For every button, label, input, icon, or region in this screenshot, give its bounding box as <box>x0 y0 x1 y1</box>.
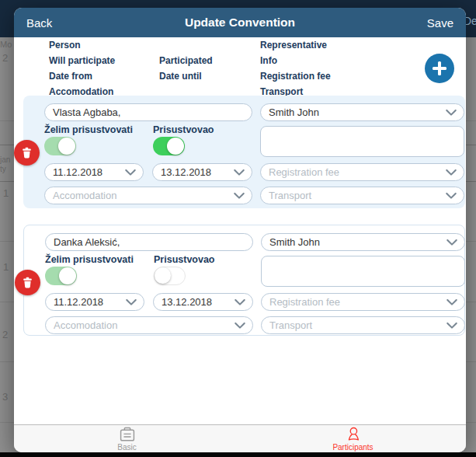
toggle-knob <box>58 138 75 155</box>
save-button[interactable]: Save <box>427 16 453 30</box>
date-from-select[interactable]: 11.12.2018 <box>44 163 144 181</box>
participated-label: Prisustvovao <box>154 254 215 265</box>
will-participate-label: Želim prisustvovati <box>45 254 134 265</box>
representative-value: Smith John <box>269 236 320 248</box>
date-until-value: 13.12.2018 <box>162 296 212 308</box>
accomodation-select[interactable]: Accomodation <box>45 316 253 334</box>
date-from-select[interactable]: 11.12.2018 <box>45 293 144 311</box>
background-calendar-fragment: 1 <box>3 187 9 199</box>
legend-participated: Participated <box>159 55 213 66</box>
background-calendar-fragment: 3 <box>2 391 8 403</box>
add-participant-button[interactable] <box>425 54 454 83</box>
date-until-select[interactable]: 13.12.2018 <box>152 163 252 181</box>
registration-fee-placeholder: Registration fee <box>269 296 340 308</box>
accomodation-placeholder: Accomodation <box>53 190 116 201</box>
back-button[interactable]: Back <box>26 16 52 30</box>
tab-bar: Basic Participants <box>14 424 466 452</box>
legend-person: Person <box>49 40 81 51</box>
background-calendar-fragment: jan <box>0 155 10 164</box>
will-participate-toggle[interactable] <box>45 267 77 285</box>
representative-select[interactable]: Smith John <box>260 103 464 121</box>
chevron-down-icon <box>446 239 457 246</box>
transport-select[interactable]: Transport <box>261 316 465 334</box>
chevron-down-icon <box>125 169 136 176</box>
update-convention-modal: Back Update Convention Save Person Will … <box>14 8 466 452</box>
background-calendar-fragment: 1 <box>3 261 9 273</box>
chevron-down-icon <box>446 192 457 199</box>
registration-fee-select[interactable]: Registration fee <box>260 163 464 181</box>
person-name-value: Danka Aleksić, <box>54 236 120 248</box>
chevron-down-icon <box>446 109 457 116</box>
trash-icon <box>20 146 33 159</box>
trash-icon <box>21 276 34 289</box>
background-calendar-fragment: 2 <box>2 329 8 340</box>
will-participate-toggle[interactable] <box>44 137 76 155</box>
person-name-input[interactable]: Vlasta Agbaba, <box>44 103 252 121</box>
chevron-down-icon <box>446 298 457 305</box>
chevron-down-icon <box>126 298 137 305</box>
tab-participants-label: Participants <box>332 443 373 452</box>
participated-label: Prisustvovao <box>153 124 214 135</box>
transport-placeholder: Transport <box>269 190 311 201</box>
chevron-down-icon <box>234 192 245 199</box>
date-from-value: 11.12.2018 <box>53 166 102 178</box>
tab-basic[interactable]: Basic <box>14 425 240 452</box>
legend-info: Info <box>260 55 277 66</box>
tab-basic-label: Basic <box>117 443 136 452</box>
background-bottom-strip <box>0 452 476 457</box>
date-until-value: 13.12.2018 <box>161 166 211 178</box>
participated-toggle[interactable] <box>154 267 186 285</box>
background-calendar-fragment: ty <box>0 165 6 173</box>
legend-registration-fee: Registration fee <box>260 71 331 82</box>
info-textarea[interactable] <box>260 126 464 157</box>
tab-participants[interactable]: Participants <box>240 425 466 452</box>
date-from-value: 11.12.2018 <box>54 296 103 308</box>
date-until-select[interactable]: 13.12.2018 <box>153 293 253 311</box>
legend-will-participate: Will participate <box>49 55 115 66</box>
participant-card: Danka Aleksić, Smith John Želim prisustv… <box>23 225 465 336</box>
legend-representative: Representative <box>260 40 327 51</box>
accomodation-placeholder: Accomodation <box>54 319 117 331</box>
chevron-down-icon <box>235 322 245 329</box>
person-name-value: Vlasta Agbaba, <box>53 106 120 118</box>
toggle-knob <box>155 267 171 284</box>
briefcase-icon <box>119 427 136 442</box>
legend-date-from: Date from <box>49 71 92 82</box>
chevron-down-icon <box>234 169 245 176</box>
chevron-down-icon <box>446 169 457 176</box>
modal-title: Update Convention <box>14 16 466 30</box>
chevron-down-icon <box>235 298 245 305</box>
background-calendar-fragment: 2 <box>2 52 8 64</box>
accomodation-select[interactable]: Accomodation <box>44 187 252 204</box>
plus-icon <box>432 61 447 76</box>
toggle-knob <box>167 138 184 155</box>
transport-placeholder: Transport <box>269 319 312 331</box>
transport-select[interactable]: Transport <box>260 187 464 204</box>
participant-card: Vlasta Agbaba, Smith John Želim prisustv… <box>23 96 465 208</box>
delete-participant-button[interactable] <box>15 270 40 295</box>
legend-date-until: Date until <box>159 71 202 82</box>
info-textarea[interactable] <box>261 256 465 287</box>
registration-fee-placeholder: Registration fee <box>269 166 339 178</box>
chevron-down-icon <box>446 322 457 329</box>
representative-select[interactable]: Smith John <box>261 233 465 251</box>
screen: De Mo 2 jan ty 1 1 2 3 Back Update Conve… <box>0 0 476 457</box>
toggle-knob <box>59 267 76 284</box>
registration-fee-select[interactable]: Registration fee <box>261 293 465 311</box>
person-icon <box>346 427 361 442</box>
delete-participant-button[interactable] <box>14 140 40 166</box>
participated-toggle[interactable] <box>153 137 185 155</box>
will-participate-label: Želim prisustvovati <box>44 124 133 135</box>
modal-navbar: Back Update Convention Save <box>14 8 466 37</box>
background-calendar-fragment: Mo <box>0 40 12 49</box>
representative-value: Smith John <box>269 106 319 118</box>
person-name-input[interactable]: Danka Aleksić, <box>45 233 253 251</box>
